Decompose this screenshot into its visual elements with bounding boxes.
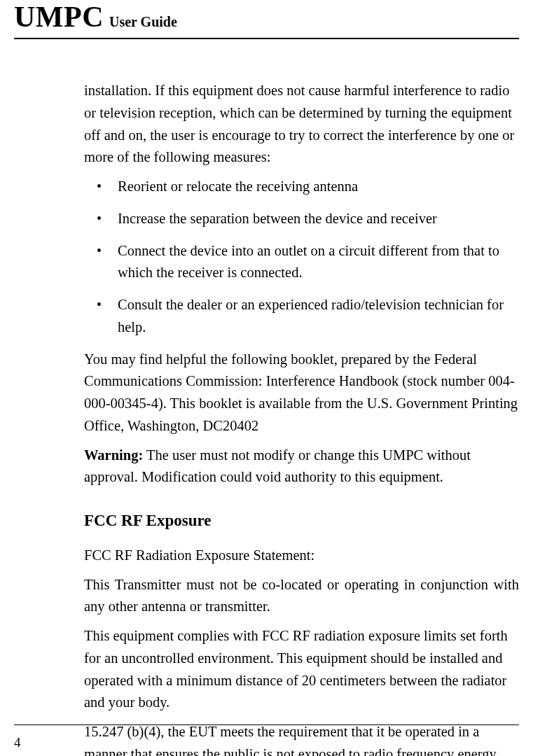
measures-list: Reorient or relocate the receiving anten…: [84, 176, 519, 339]
page-footer: 4: [0, 724, 533, 750]
header-prefix: UMPC: [14, 1, 104, 33]
list-item: Increase the separation between the devi…: [84, 208, 519, 230]
compliance-paragraph: This equipment complies with FCC RF radi…: [84, 625, 519, 714]
transmitter-paragraph: This Transmitter must not be co-located …: [84, 574, 519, 619]
warning-label: Warning:: [84, 447, 143, 463]
fcc-statement: FCC RF Radiation Exposure Statement:: [84, 545, 519, 567]
list-item: Reorient or relocate the receiving anten…: [84, 176, 519, 198]
footer-divider: 4: [14, 724, 519, 750]
header-suffix: User Guide: [109, 14, 177, 29]
header-title: UMPC User Guide: [14, 0, 519, 34]
main-content: installation. If this equipment does not…: [14, 80, 519, 756]
list-item: Connect the device into an outlet on a c…: [84, 240, 519, 285]
list-item: Consult the dealer or an experienced rad…: [84, 294, 519, 339]
warning-paragraph: Warning: The user must not modify or cha…: [84, 444, 519, 489]
intro-paragraph: installation. If this equipment does not…: [84, 80, 519, 169]
page-header: UMPC User Guide: [14, 0, 519, 39]
fcc-heading: FCC RF Exposure: [84, 508, 519, 533]
page-number: 4: [14, 735, 21, 750]
booklet-paragraph: You may find helpful the following bookl…: [84, 349, 519, 438]
